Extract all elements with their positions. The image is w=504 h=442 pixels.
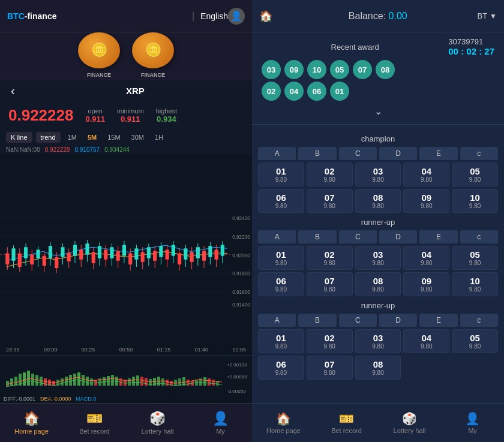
- rnav-bet-record[interactable]: 🎫 Bet record: [315, 411, 378, 434]
- svg-rect-84: [10, 378, 13, 386]
- kline-button[interactable]: K line: [6, 132, 32, 143]
- bet-cell-09[interactable]: 099.80: [403, 189, 449, 213]
- ru2-col-e[interactable]: E: [419, 314, 457, 327]
- col-c2[interactable]: c: [460, 147, 498, 160]
- ru1-bet-02[interactable]: 029.80: [307, 246, 353, 270]
- ru2-col-a[interactable]: A: [258, 314, 296, 327]
- min-stat: minimum 0.911: [117, 107, 144, 124]
- trend-button[interactable]: trend: [36, 132, 61, 143]
- nav-lottery-label: Lottery hall: [142, 428, 174, 435]
- svg-rect-18: [43, 256, 46, 266]
- avatar[interactable]: 👤: [228, 8, 245, 25]
- ru2-bet-01[interactable]: 019.80: [258, 329, 304, 353]
- col-e[interactable]: E: [419, 147, 457, 160]
- language-selector[interactable]: English: [200, 11, 228, 21]
- bet-cell-02[interactable]: 029.80: [307, 163, 353, 187]
- bet-cell-07[interactable]: 079.80: [307, 189, 353, 213]
- svg-rect-62: [178, 253, 181, 264]
- svg-rect-103: [90, 378, 93, 386]
- ru1-bet-07[interactable]: 079.80: [307, 272, 353, 296]
- rnav-home[interactable]: 🏠 Home page: [252, 411, 315, 434]
- ru1-bet-08[interactable]: 089.80: [355, 272, 401, 296]
- col-a[interactable]: A: [258, 147, 296, 160]
- ru2-bet-06[interactable]: 069.80: [258, 356, 304, 380]
- candlestick-chart: 0.92400 0.92200 0.92000 0.91800 0.91600 …: [0, 154, 252, 355]
- ru2-bet-07[interactable]: 079.80: [307, 356, 353, 380]
- time-15m[interactable]: 15M: [104, 132, 124, 143]
- ru2-bet-03[interactable]: 039.80: [355, 329, 401, 353]
- svg-rect-20: [49, 246, 52, 258]
- nav-lottery[interactable]: 🎲 Lottery hall: [126, 408, 189, 437]
- nav-home[interactable]: 🏠 Home page: [0, 408, 63, 437]
- ru1-col-c2[interactable]: c: [460, 230, 498, 243]
- time-5m[interactable]: 5M: [84, 132, 100, 143]
- svg-rect-83: [6, 381, 9, 386]
- finance-coin-1: 🪙 FINANCE: [78, 32, 120, 68]
- finance-coin-2: 🪙 FINANCE: [132, 32, 174, 68]
- rnav-lottery[interactable]: 🎲 Lottery hall: [378, 411, 441, 434]
- ball-03: 03: [262, 60, 281, 79]
- ru1-col-b[interactable]: B: [298, 230, 336, 243]
- svg-rect-64: [184, 248, 187, 259]
- col-b[interactable]: B: [298, 147, 336, 160]
- svg-rect-40: [110, 247, 113, 258]
- ru2-col-d[interactable]: D: [379, 314, 417, 327]
- prev-coin-button[interactable]: ‹: [4, 84, 22, 98]
- ru1-bet-06[interactable]: 069.80: [258, 272, 304, 296]
- bet-cell-04[interactable]: 049.80: [403, 163, 449, 187]
- coin-name: XRP: [22, 86, 248, 96]
- time-1h[interactable]: 1H: [151, 132, 167, 143]
- ru2-bet-04[interactable]: 049.80: [403, 329, 449, 353]
- nav-my[interactable]: 👤 My: [189, 408, 252, 437]
- ru1-bet-01[interactable]: 019.80: [258, 246, 304, 270]
- macd-chart: +0.00100 +0.00050 -0.00050 DIFF:-0.0001 …: [0, 355, 252, 403]
- diff-value: DIFF:-0.0001: [4, 396, 35, 402]
- svg-rect-58: [166, 249, 169, 259]
- rnav-bet-label: Bet record: [331, 427, 362, 434]
- bet-cell-01[interactable]: 019.80: [258, 163, 304, 187]
- chart-price2: 0.910757: [74, 146, 100, 153]
- svg-rect-32: [85, 243, 89, 254]
- ru2-bet-05[interactable]: 059.80: [452, 329, 498, 353]
- ru1-bet-09[interactable]: 099.80: [403, 272, 449, 296]
- ru2-col-c[interactable]: C: [339, 314, 377, 327]
- ru1-col-e[interactable]: E: [419, 230, 457, 243]
- svg-rect-70: [202, 251, 206, 260]
- col-d[interactable]: D: [379, 147, 417, 160]
- right-home-icon[interactable]: 🏠: [259, 10, 272, 23]
- svg-rect-16: [36, 249, 40, 258]
- chevron-down-icon[interactable]: ⌄: [262, 103, 494, 119]
- col-c[interactable]: C: [339, 147, 377, 160]
- svg-rect-22: [55, 257, 58, 268]
- left-header: BTC-finance | English 👤: [0, 0, 252, 32]
- ru1-bet-05[interactable]: 059.80: [452, 246, 498, 270]
- nav-bet-record[interactable]: 🎫 Bet record: [63, 408, 126, 437]
- ru2-bet-02[interactable]: 029.80: [307, 329, 353, 353]
- chart-x-labels: 23:35 00:00 00:25 00:50 01:15 01:40 02:0…: [6, 347, 246, 353]
- svg-rect-101: [82, 375, 85, 386]
- svg-text:0.92400: 0.92400: [232, 216, 250, 221]
- bet-cell-03[interactable]: 039.80: [355, 163, 401, 187]
- bet-cell-06[interactable]: 069.80: [258, 189, 304, 213]
- bet-cell-10[interactable]: 109.80: [452, 189, 498, 213]
- time-1m[interactable]: 1M: [64, 132, 80, 143]
- ru2-col-b[interactable]: B: [298, 314, 336, 327]
- runnerup1-bet-grid: 019.80 029.80 039.80 049.80 059.80 069.8…: [258, 246, 498, 296]
- ru2-bet-08[interactable]: 089.80: [355, 356, 401, 380]
- svg-rect-112: [128, 378, 131, 386]
- svg-rect-114: [136, 375, 139, 386]
- rnav-my[interactable]: 👤 My: [441, 411, 504, 434]
- bet-cell-08[interactable]: 089.80: [355, 189, 401, 213]
- ru2-col-c2[interactable]: c: [460, 314, 498, 327]
- price-section: 0.922228 open 0.911 minimum 0.911 highes…: [0, 101, 252, 130]
- time-30m[interactable]: 30M: [128, 132, 148, 143]
- ru1-bet-10[interactable]: 109.80: [452, 272, 498, 296]
- ru1-col-a[interactable]: A: [258, 230, 296, 243]
- ru1-bet-03[interactable]: 039.80: [355, 246, 401, 270]
- bet-cell-05[interactable]: 059.80: [452, 163, 498, 187]
- ru1-col-d[interactable]: D: [379, 230, 417, 243]
- dropdown-arrow-icon[interactable]: ▼: [490, 12, 497, 20]
- ru1-bet-04[interactable]: 049.80: [403, 246, 449, 270]
- svg-rect-100: [77, 372, 80, 386]
- ru1-col-c[interactable]: C: [339, 230, 377, 243]
